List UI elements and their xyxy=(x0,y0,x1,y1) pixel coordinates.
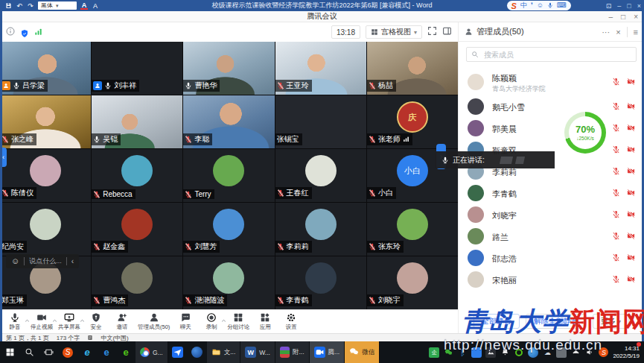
taskbar-navy[interactable] xyxy=(188,341,207,363)
font-select[interactable]: 黑体▾ xyxy=(38,1,77,10)
video-tile[interactable]: 赵金鑫 xyxy=(92,203,182,256)
toolbar-chat[interactable]: 聊天 xyxy=(175,311,196,333)
video-tile[interactable]: 刘慧芳 xyxy=(183,203,274,256)
camera-muted-icon[interactable] xyxy=(627,186,635,200)
sogou-input-toolbar[interactable]: S 中 ❜ ☺ ⌨ xyxy=(507,1,571,10)
toolbar-mute[interactable]: 静音 xyxy=(4,311,25,333)
mic-muted-icon[interactable] xyxy=(612,165,620,178)
unmute-all-button[interactable]: 解除全部静音 xyxy=(526,314,587,329)
taskbar-e360[interactable]: e xyxy=(116,341,136,363)
meeting-minimize-button[interactable]: – xyxy=(609,13,613,21)
font-size-icon[interactable]: A xyxy=(92,2,99,10)
taskbar-clock[interactable]: 14:31 2022/5/19 xyxy=(611,345,644,360)
video-tile[interactable]: 吕学梁 xyxy=(0,42,91,95)
tray-edge-icon[interactable] xyxy=(528,347,538,358)
video-tile[interactable]: 陈倩仪 xyxy=(0,149,91,202)
ribbon-options-icon[interactable]: ⊡ xyxy=(606,2,612,10)
font-color-icon[interactable]: A xyxy=(80,2,88,10)
keyboard-icon[interactable]: ⌨ xyxy=(557,2,567,9)
toolbar-invite[interactable]: 邀请 xyxy=(112,311,133,333)
undo-icon[interactable]: ↶ xyxy=(16,2,23,10)
mic-muted-icon[interactable] xyxy=(612,143,620,157)
taskbar-edge[interactable]: e xyxy=(97,341,116,363)
word-minimize-button[interactable]: – xyxy=(617,2,621,10)
tray-bell-icon[interactable] xyxy=(500,347,510,358)
mic-muted-icon[interactable] xyxy=(612,273,620,286)
tray-sogou-icon[interactable]: S xyxy=(599,347,608,357)
quick-chat-bubble[interactable]: ☺ 说点什么... ‹ xyxy=(6,254,79,268)
camera-muted-icon[interactable] xyxy=(627,75,635,89)
member-row[interactable]: 邵志浩 xyxy=(459,247,644,268)
word-maximize-button[interactable]: □ xyxy=(627,2,631,10)
toolbar-apps[interactable]: 应用 xyxy=(255,311,275,333)
taskbar-winrar[interactable]: 附... xyxy=(275,341,310,363)
word-count[interactable]: 173 个字 xyxy=(57,334,80,342)
video-tile[interactable]: 王亚玲 xyxy=(275,42,366,95)
tray-caret-icon[interactable] xyxy=(570,347,581,358)
toolbar-record[interactable]: 录制 xyxy=(201,311,222,333)
video-tile[interactable]: 张东玲 xyxy=(367,203,458,256)
video-tile[interactable]: 杨喆 xyxy=(367,42,458,95)
view-mode-button[interactable]: 宫格视图 ▾ xyxy=(366,25,422,39)
tray-bt-icon[interactable]: ᛒ xyxy=(457,347,468,358)
member-row[interactable]: 李青鹤 xyxy=(459,182,644,203)
mic-muted-icon[interactable] xyxy=(612,186,620,200)
video-tile[interactable]: Terry xyxy=(183,149,274,202)
video-tile[interactable]: 张之峰 xyxy=(0,95,91,148)
video-tile[interactable]: 庆张老师 xyxy=(367,95,458,148)
chevron-up-icon[interactable] xyxy=(221,313,226,326)
more-button[interactable]: 更多▾ xyxy=(593,314,629,329)
chat-placeholder[interactable]: 说点什么... xyxy=(29,256,62,266)
member-row[interactable]: 宋艳丽 xyxy=(459,268,644,290)
camera-muted-icon[interactable] xyxy=(627,121,635,135)
meeting-maximize-button[interactable]: □ xyxy=(621,13,625,21)
tray-photo-icon[interactable] xyxy=(485,347,496,358)
camera-muted-icon[interactable] xyxy=(627,208,635,221)
video-tile[interactable]: 张锡宝 xyxy=(275,95,366,148)
member-row[interactable]: 陈颖颖青岛大学经济学院 xyxy=(459,69,644,95)
proofing-icon[interactable] xyxy=(87,335,93,341)
tray-img-icon[interactable] xyxy=(556,347,567,358)
video-tile[interactable]: Rebecca xyxy=(92,149,182,202)
panel-menu-icon[interactable]: ≡ xyxy=(634,28,638,37)
mic-muted-icon[interactable] xyxy=(612,75,620,89)
voice-input-icon[interactable] xyxy=(547,2,553,10)
fullscreen-icon[interactable] xyxy=(427,25,437,39)
tray-app-icon[interactable] xyxy=(471,347,482,358)
taskbar-word[interactable]: WW... xyxy=(240,341,275,363)
chinese-mode-icon[interactable]: 中 xyxy=(520,2,527,9)
tray-green-icon[interactable]: 企 xyxy=(429,347,439,358)
camera-muted-icon[interactable] xyxy=(627,100,635,113)
chevron-up-icon[interactable] xyxy=(52,313,57,326)
member-row[interactable]: 郭美晨 xyxy=(459,117,644,139)
mic-muted-icon[interactable] xyxy=(612,251,620,265)
toolbar-video[interactable]: 停止视频 xyxy=(31,311,53,333)
punctuation-icon[interactable]: ❜ xyxy=(531,2,533,9)
taskbar-start[interactable] xyxy=(0,341,19,363)
tray-wechat-icon[interactable] xyxy=(443,347,453,358)
search-input[interactable] xyxy=(482,50,631,60)
page-indicator[interactable]: 第 1 页，共 1 页 xyxy=(6,334,49,342)
toolbar-share[interactable]: 共享屏幕 xyxy=(58,311,80,333)
toolbar-breakout[interactable]: 分组讨论 xyxy=(227,311,249,333)
camera-muted-icon[interactable] xyxy=(627,273,635,286)
meeting-info-icon[interactable] xyxy=(6,25,15,39)
security-shield-icon[interactable] xyxy=(20,28,29,37)
video-tile[interactable]: 纪尚安 xyxy=(0,203,91,256)
camera-muted-icon[interactable] xyxy=(627,251,635,265)
chevron-up-icon[interactable] xyxy=(25,313,30,326)
tray-360-icon[interactable] xyxy=(514,347,524,358)
taskbar-meeting[interactable]: 腾... xyxy=(310,341,345,363)
taskbar-ie[interactable]: e xyxy=(77,341,97,363)
tray-vol-icon[interactable] xyxy=(584,347,595,358)
taskbar-taskview[interactable] xyxy=(39,341,58,363)
tray-cloud-icon[interactable]: ☁ xyxy=(542,347,552,358)
sidebar-toggle-icon[interactable] xyxy=(442,25,452,39)
member-row[interactable]: 刘晓宇 xyxy=(459,203,644,225)
video-tile[interactable]: 刘丰祥 xyxy=(92,42,182,95)
video-tile[interactable]: 刘晓宇 xyxy=(367,256,458,309)
emoji-icon[interactable]: ☺ xyxy=(537,2,543,9)
word-close-button[interactable]: × xyxy=(637,2,641,10)
mic-muted-icon[interactable] xyxy=(612,100,620,113)
video-tile[interactable]: 曹鸿杰 xyxy=(92,256,182,309)
